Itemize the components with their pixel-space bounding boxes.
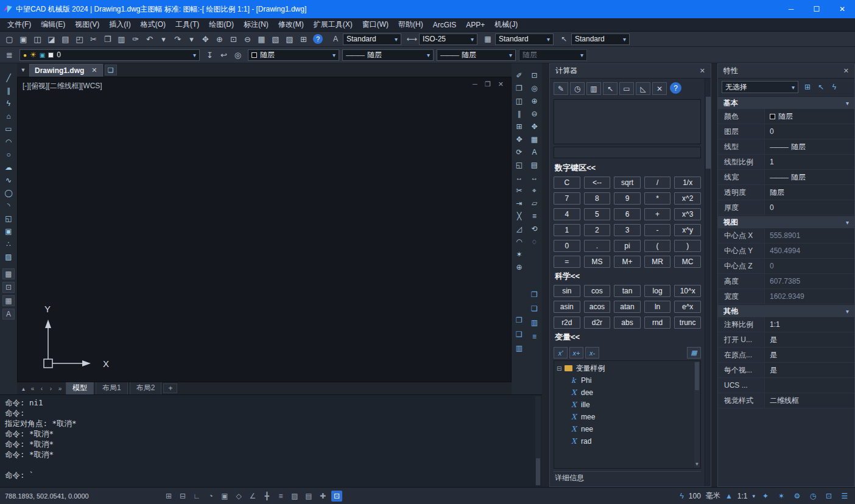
mdi-close-icon[interactable]: ✕	[498, 80, 504, 88]
calc-button[interactable]: 6	[614, 208, 641, 220]
undo-dropdown-icon[interactable]: ▾	[157, 33, 171, 45]
menu-item[interactable]: 帮助(H)	[393, 19, 428, 30]
calculator-input[interactable]	[554, 147, 701, 158]
lineweight-combo[interactable]: ———随层 ▾	[437, 49, 516, 61]
ellipse-tool-icon[interactable]: ◯	[2, 187, 15, 198]
calc-button[interactable]: *	[644, 192, 671, 205]
calc-button[interactable]: rnd	[644, 317, 671, 329]
zoom-in-icon[interactable]: ⊕	[528, 95, 541, 107]
calc-button[interactable]: )	[674, 240, 701, 252]
redraw-icon[interactable]: ◌	[528, 236, 541, 247]
explode-icon[interactable]: ✶	[513, 248, 526, 260]
maximize-button[interactable]: ☐	[804, 0, 829, 18]
calculator-scrollbar[interactable]	[705, 79, 711, 486]
calc-button[interactable]: e^x	[674, 301, 701, 313]
variable-item[interactable]: X nee	[557, 423, 693, 435]
match-properties-icon[interactable]: ✑	[128, 33, 142, 45]
sheet-set-icon[interactable]: ❐	[528, 289, 541, 300]
dynamic-input-icon[interactable]: ╋	[261, 491, 272, 502]
fillet-icon[interactable]: ◠	[513, 236, 526, 247]
redo-icon[interactable]: ↷	[171, 33, 185, 45]
variable-item[interactable]: k Phi	[557, 374, 693, 387]
menu-item[interactable]: 工具(T)	[171, 19, 204, 30]
chevron-down-icon[interactable]: ▾	[846, 219, 849, 226]
move-icon[interactable]: ✥	[513, 133, 526, 145]
section-other-header[interactable]: 其他 ▾	[718, 304, 854, 317]
property-row[interactable]: 高度 607.7385	[718, 274, 854, 289]
calc-button[interactable]: =	[554, 256, 580, 268]
calc-button[interactable]: d2r	[584, 317, 611, 329]
prev-layout-icon[interactable]: ‹	[38, 385, 46, 392]
annotation-scale-icon[interactable]: ▲	[725, 492, 733, 500]
get-coordinates-icon[interactable]: ↖	[603, 82, 618, 95]
copy-base-point-icon[interactable]: ❐	[513, 314, 526, 326]
properties-close-icon[interactable]: ✕	[843, 67, 849, 75]
calc-button[interactable]: asin	[554, 301, 580, 313]
save-icon[interactable]: ◫	[30, 33, 44, 45]
create-block-icon[interactable]: ▣	[2, 225, 15, 237]
calc-button[interactable]: .	[584, 240, 611, 252]
property-row[interactable]: 注释比例 1:1	[718, 317, 854, 332]
selection-combo[interactable]: 无选择 ▾	[722, 81, 798, 93]
workspace-monitor-icon[interactable]: ⊡	[331, 491, 342, 502]
insert-block-icon[interactable]: ◱	[2, 212, 15, 224]
chevron-down-icon[interactable]: ▾	[332, 52, 336, 58]
polygon-tool-icon[interactable]: ⌂	[2, 110, 15, 122]
distance-icon[interactable]: ↔	[528, 172, 541, 183]
variables-tree-root[interactable]: ⊟ 变量样例	[557, 362, 693, 374]
join-icon[interactable]: ⊕	[513, 261, 526, 273]
line-tool-icon[interactable]: ╱	[2, 72, 15, 83]
calc-button[interactable]: (	[644, 240, 671, 252]
variables-tree[interactable]: ⊟ 变量样例 k Phi	[554, 360, 701, 469]
layer-freeze-icon[interactable]: ☀	[30, 51, 37, 59]
layer-walk-icon[interactable]: ▥	[528, 317, 541, 328]
section-basic-header[interactable]: 基本 ▾	[718, 96, 854, 109]
layer-combo[interactable]: ● ☀ ▣ 0 ▾	[19, 49, 200, 61]
paste-special-icon[interactable]: ❑	[513, 328, 526, 340]
arc-tool-icon[interactable]: ◠	[2, 136, 15, 147]
drawing-viewport[interactable]: [-][俯视][二维线框][WCS] ─ ❐ ✕ Y	[17, 77, 512, 382]
calc-button[interactable]: trunc	[674, 317, 701, 329]
minimize-button[interactable]: ─	[778, 0, 804, 18]
document-tab[interactable]: Drawing1.dwg ✕	[29, 64, 103, 77]
gradient-tool-icon[interactable]: ▩	[2, 268, 15, 279]
calc-button[interactable]: M+	[614, 256, 641, 268]
calc-button[interactable]: atan	[614, 301, 641, 313]
toggle-pickadd-icon[interactable]: ⊞	[801, 82, 814, 93]
polyline-tool-icon[interactable]: ϟ	[2, 97, 15, 109]
annotation-scale-value[interactable]: 1:1	[737, 492, 748, 500]
menu-item[interactable]: 绘图(D)	[204, 19, 239, 30]
chevron-down-icon[interactable]: ▾	[792, 84, 795, 91]
calc-button[interactable]: r2d	[554, 317, 580, 329]
table-icon[interactable]: ▦	[255, 33, 269, 45]
property-row[interactable]: 视觉样式 二维线框	[718, 393, 854, 408]
zoom-previous-icon[interactable]: ⊖	[241, 33, 255, 45]
calc-help-icon[interactable]: ?	[670, 82, 681, 94]
app-menu-icon[interactable]: ☰	[839, 491, 850, 502]
tab-layout1[interactable]: 布局1	[96, 382, 128, 395]
property-row[interactable]: UCS ...	[718, 378, 854, 393]
menu-item[interactable]: 标注(N)	[239, 19, 273, 30]
measure-distance-icon[interactable]: ▭	[619, 82, 634, 95]
calc-button[interactable]: C	[554, 177, 580, 189]
next-layout-icon[interactable]: ›	[47, 385, 55, 392]
calc-button[interactable]: <--	[584, 177, 611, 189]
tree-scrollbar[interactable]: ▼	[694, 362, 700, 467]
text-tool-icon[interactable]: A	[528, 146, 541, 158]
angle-snap-icon[interactable]: ∠	[247, 491, 258, 502]
menu-item[interactable]: 窗口(W)	[357, 19, 393, 30]
variables-section-title[interactable]: 变量<<	[554, 329, 701, 346]
color-combo[interactable]: 随层 ▾	[248, 49, 339, 61]
calc-button[interactable]: ln	[644, 301, 671, 313]
offset-icon[interactable]: ∥	[513, 108, 526, 119]
save-as-icon[interactable]: ◪	[44, 33, 58, 45]
calc-button[interactable]: 8	[584, 192, 611, 205]
plot-preview-icon[interactable]: ◰	[72, 33, 86, 45]
calc-button[interactable]: 0	[554, 240, 580, 252]
menu-item[interactable]: 格式(O)	[136, 19, 171, 30]
chevron-down-icon[interactable]: ▾	[623, 36, 626, 43]
zoom-value[interactable]: 100	[689, 492, 701, 500]
paste-icon[interactable]: ▥	[114, 33, 128, 45]
property-row[interactable]: 中心点 X 555.8901	[718, 228, 854, 243]
chevron-down-icon[interactable]: ▾	[752, 493, 755, 499]
